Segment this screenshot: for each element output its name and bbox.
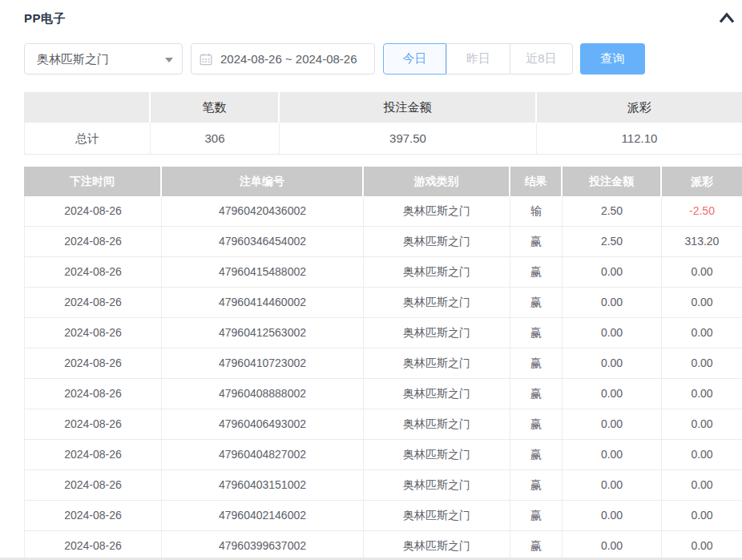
summary-total-count: 306 — [151, 123, 280, 154]
cell-bet: 0.00 — [563, 318, 662, 348]
chevron-up-icon — [719, 12, 735, 24]
cell-time: 2024-08-26 — [25, 348, 162, 378]
yesterday-button[interactable]: 昨日 — [446, 43, 510, 75]
records-header-payout: 派彩 — [662, 167, 742, 196]
cell-time: 2024-08-26 — [25, 501, 162, 530]
cell-result: 赢 — [510, 501, 563, 530]
table-row: 2024-08-26 47960404827002 奥林匹斯之门 赢 0.00 … — [24, 440, 742, 470]
cell-id: 47960408888002 — [162, 379, 364, 409]
table-row: 2024-08-26 47960412563002 奥林匹斯之门 赢 0.00 … — [24, 318, 742, 348]
cell-payout: 0.00 — [662, 409, 742, 439]
cell-bet: 0.00 — [563, 531, 662, 560]
cell-result: 赢 — [510, 318, 563, 348]
cell-result: 赢 — [510, 288, 563, 317]
cell-id: 47960410723002 — [162, 348, 364, 378]
cell-time: 2024-08-26 — [25, 288, 162, 317]
cell-payout: 0.00 — [662, 288, 742, 317]
game-select[interactable]: 奥林匹斯之门 — [24, 43, 183, 75]
cell-payout: -2.50 — [662, 196, 742, 226]
game-select-value: 奥林匹斯之门 — [37, 44, 109, 74]
table-row: 2024-08-26 47960420436002 奥林匹斯之门 输 2.50 … — [24, 196, 742, 227]
cell-id: 47960414460002 — [162, 288, 364, 317]
summary-total-row: 总计 306 397.50 112.10 — [24, 123, 742, 155]
cell-payout: 0.00 — [662, 318, 742, 348]
summary-header-empty — [24, 92, 151, 123]
table-row: 2024-08-26 47960406493002 奥林匹斯之门 赢 0.00 … — [24, 409, 742, 440]
today-button[interactable]: 今日 — [383, 43, 446, 75]
summary-total-bet-amount: 397.50 — [280, 123, 537, 154]
cell-game: 奥林匹斯之门 — [364, 227, 510, 256]
summary-total-label: 总计 — [25, 123, 151, 154]
cell-payout: 0.00 — [662, 379, 742, 409]
cell-bet: 0.00 — [563, 348, 662, 378]
cell-payout: 0.00 — [662, 440, 742, 469]
records-header-bet: 投注金额 — [563, 167, 662, 196]
summary-header-bet-amount: 投注金额 — [280, 92, 537, 123]
caret-down-icon — [165, 58, 173, 62]
cell-time: 2024-08-26 — [25, 257, 162, 287]
cell-bet: 0.00 — [563, 470, 662, 500]
cell-game: 奥林匹斯之门 — [364, 409, 510, 439]
cell-id: 47960402146002 — [162, 501, 364, 530]
search-button[interactable]: 查询 — [580, 43, 645, 75]
table-row: 2024-08-26 47960346454002 奥林匹斯之门 赢 2.50 … — [24, 227, 742, 257]
cell-time: 2024-08-26 — [25, 379, 162, 409]
cell-time: 2024-08-26 — [25, 196, 162, 226]
summary-table: 笔数 投注金额 派彩 总计 306 397.50 112.10 — [24, 92, 742, 155]
table-row: 2024-08-26 47960408888002 奥林匹斯之门 赢 0.00 … — [24, 379, 742, 409]
cell-time: 2024-08-26 — [25, 531, 162, 560]
cell-payout: 0.00 — [662, 531, 742, 560]
table-row: 2024-08-26 47960402146002 奥林匹斯之门 赢 0.00 … — [24, 501, 742, 531]
cell-payout: 313.20 — [662, 227, 742, 256]
collapse-button[interactable] — [717, 12, 736, 26]
cell-game: 奥林匹斯之门 — [364, 257, 510, 287]
filter-bar: 奥林匹斯之门 2024-08-26 ~ 2024-08-26 今日 昨日 近8日… — [24, 43, 645, 75]
cell-payout: 0.00 — [662, 501, 742, 530]
cell-result: 赢 — [510, 409, 563, 439]
table-row: 2024-08-26 47960415488002 奥林匹斯之门 赢 0.00 … — [24, 257, 742, 288]
cell-bet: 0.00 — [563, 501, 662, 530]
records-header-time: 下注时间 — [24, 167, 162, 196]
cell-id: 47960404827002 — [162, 440, 364, 469]
quick-range-group: 今日 昨日 近8日 — [383, 43, 573, 75]
cell-time: 2024-08-26 — [25, 440, 162, 469]
cell-bet: 0.00 — [563, 409, 662, 439]
cell-result: 输 — [510, 196, 563, 226]
cell-result: 赢 — [510, 379, 563, 409]
cell-game: 奥林匹斯之门 — [364, 440, 510, 469]
cell-time: 2024-08-26 — [25, 470, 162, 500]
cell-result: 赢 — [510, 531, 563, 560]
cell-bet: 2.50 — [563, 227, 662, 256]
cell-payout: 0.00 — [662, 470, 742, 500]
cell-bet: 0.00 — [563, 257, 662, 287]
cell-bet: 0.00 — [563, 379, 662, 409]
records-header-row: 下注时间 注单编号 游戏类别 结果 投注金额 派彩 — [24, 167, 742, 196]
cell-payout: 0.00 — [662, 257, 742, 287]
date-range-input[interactable]: 2024-08-26 ~ 2024-08-26 — [191, 43, 375, 75]
cell-result: 赢 — [510, 440, 563, 469]
summary-header-row: 笔数 投注金额 派彩 — [24, 92, 742, 123]
cell-id: 47960412563002 — [162, 318, 364, 348]
cell-id: 47960415488002 — [162, 257, 364, 287]
cell-game: 奥林匹斯之门 — [364, 531, 510, 560]
cell-time: 2024-08-26 — [25, 409, 162, 439]
cell-result: 赢 — [510, 470, 563, 500]
cell-result: 赢 — [510, 348, 563, 378]
cell-result: 赢 — [510, 227, 563, 256]
page-title: PP电子 — [24, 11, 66, 26]
table-row: 2024-08-26 47960399637002 奥林匹斯之门 赢 0.00 … — [24, 531, 742, 560]
last8days-button[interactable]: 近8日 — [510, 43, 573, 75]
calendar-icon — [200, 53, 212, 66]
records-table: 下注时间 注单编号 游戏类别 结果 投注金额 派彩 2024-08-26 479… — [24, 167, 742, 560]
cell-result: 赢 — [510, 257, 563, 287]
table-row: 2024-08-26 47960414460002 奥林匹斯之门 赢 0.00 … — [24, 288, 742, 318]
cell-bet: 2.50 — [563, 196, 662, 226]
cell-bet: 0.00 — [563, 288, 662, 317]
cell-time: 2024-08-26 — [25, 318, 162, 348]
cell-game: 奥林匹斯之门 — [364, 318, 510, 348]
cell-id: 47960346454002 — [162, 227, 364, 256]
cell-payout: 0.00 — [662, 348, 742, 378]
table-row: 2024-08-26 47960410723002 奥林匹斯之门 赢 0.00 … — [24, 348, 742, 379]
cell-id: 47960406493002 — [162, 409, 364, 439]
records-header-result: 结果 — [510, 167, 563, 196]
